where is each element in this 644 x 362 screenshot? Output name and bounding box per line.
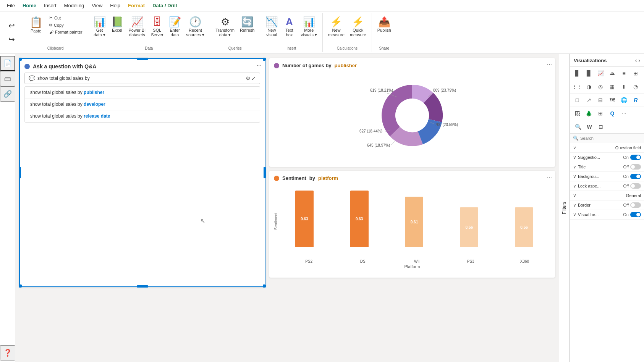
qa-more-button[interactable]: ··· [257, 62, 262, 69]
resize-bottomright[interactable] [263, 284, 266, 288]
sidebar-report-view[interactable]: 📄 [0, 56, 15, 71]
new-visual-button[interactable]: 📉 Newvisual [263, 15, 280, 39]
viz-panel-forward-button[interactable]: › [638, 57, 640, 63]
bar-more-button[interactable]: ··· [547, 174, 552, 181]
viz-icon-gauge[interactable]: ◔ [631, 82, 641, 92]
viz-icon-treemap[interactable]: ▦ [607, 82, 617, 92]
viz-icon-stacked[interactable]: ≡ [619, 68, 629, 78]
resize-bottomleft[interactable] [19, 284, 22, 288]
sidebar-data-view[interactable]: 🗃 [0, 71, 15, 86]
menu-item-format[interactable]: Format [124, 1, 149, 10]
lock-aspect-toggle[interactable]: Off [623, 183, 641, 189]
quick-measure-button[interactable]: ⚡ Quickmeasure [348, 15, 369, 39]
resize-left[interactable] [19, 167, 21, 178]
recent-sources-button[interactable]: 🕐 Recentsources ▾ [184, 15, 207, 39]
qa-suggestion-3[interactable]: show total global sales by release date [25, 110, 260, 122]
background-toggle[interactable]: On [623, 174, 641, 179]
sidebar-model-view[interactable]: 🔗 [0, 86, 15, 102]
viz-w-btn[interactable]: W [584, 122, 594, 132]
menu-item-modeling[interactable]: Modeling [60, 1, 88, 10]
viz-icon-funnel[interactable]: ⏸ [619, 82, 629, 92]
qa-suggestion-1[interactable]: show total global sales by publisher [25, 87, 260, 99]
get-data-button[interactable]: 📊 Getdata ▾ [91, 15, 108, 39]
viz-icon-card[interactable]: □ [572, 95, 582, 105]
donut-more-button[interactable]: ··· [547, 61, 552, 68]
bar-card[interactable]: Sentiment by platform ··· Sentiment 0.63 [269, 171, 555, 278]
resize-topright[interactable] [263, 58, 266, 61]
general-row[interactable]: ∨ General [570, 191, 644, 200]
menu-item-home[interactable]: Home [19, 1, 40, 10]
copy-button[interactable]: ⧉ Copy [47, 22, 85, 28]
viz-icon-grid[interactable]: ⊞ [595, 108, 605, 118]
suggestions-toggle-switch[interactable] [630, 155, 641, 160]
resize-bottom[interactable] [137, 285, 148, 288]
viz-icon-table[interactable]: ⊞ [631, 68, 641, 78]
suggestions-row[interactable]: ∨ Suggestio... On [570, 153, 644, 162]
paste-button[interactable]: 📋 Paste [26, 15, 45, 41]
donut-card[interactable]: Number of games by publisher ··· [269, 58, 555, 167]
viz-icon-area[interactable]: ⛰ [607, 68, 617, 78]
viz-icon-decomp[interactable]: 🌲 [584, 108, 594, 118]
resize-topleft[interactable] [19, 58, 22, 61]
qa-expand-icon[interactable]: ⤢ [251, 75, 256, 81]
viz-panel-back-button[interactable]: ‹ [635, 57, 637, 63]
visual-header-toggle-switch[interactable] [630, 212, 641, 217]
viz-icon-map[interactable]: 🗺 [607, 95, 617, 105]
sidebar-qa-view[interactable]: ❓ [0, 345, 15, 360]
menu-item-insert[interactable]: Insert [40, 1, 60, 10]
cut-button[interactable]: ✂ Cut [47, 15, 85, 21]
border-toggle[interactable]: Off [623, 202, 641, 208]
viz-icon-slicer[interactable]: ⊟ [595, 95, 605, 105]
more-visuals-button[interactable]: 📊 Morevisuals ▾ [298, 15, 319, 39]
new-measure-button[interactable]: ⚡ Newmeasure [326, 15, 347, 39]
viz-icon-image[interactable]: 🖼 [572, 108, 582, 118]
title-toggle[interactable]: Off [623, 164, 641, 170]
undo-button[interactable]: ↩ [3, 19, 20, 32]
viz-search-input[interactable] [580, 136, 641, 141]
menu-item-data-drill[interactable]: Data / Drill [149, 1, 181, 10]
redo-button[interactable]: ↪ [3, 32, 20, 46]
publish-button[interactable]: 📤 Publish [375, 15, 393, 34]
text-box-button[interactable]: A Textbox [281, 15, 298, 39]
menu-item-file[interactable]: File [3, 1, 19, 10]
lock-aspect-toggle-switch[interactable] [630, 183, 641, 189]
viz-icon-filled-map[interactable]: 🌐 [619, 95, 629, 105]
viz-icon-bar[interactable]: ▊ [572, 68, 582, 78]
sql-button[interactable]: 🗄 SQLServer [149, 15, 165, 39]
refresh-button[interactable]: 🔄 Refresh [238, 15, 257, 34]
qa-suggestion-2[interactable]: show total global sales by developer [25, 99, 260, 110]
viz-icon-r[interactable]: R [631, 95, 641, 105]
resize-right[interactable] [264, 167, 266, 178]
border-row[interactable]: ∨ Border Off [570, 200, 644, 210]
viz-icon-qna[interactable]: Q [607, 108, 617, 118]
viz-layout-btn[interactable]: ⊟ [596, 122, 606, 132]
viz-icon-line[interactable]: 📈 [595, 68, 605, 78]
viz-icon-pie[interactable]: ◑ [584, 82, 594, 92]
viz-icon-kpi[interactable]: ↗ [584, 95, 594, 105]
border-toggle-switch[interactable] [630, 202, 641, 208]
viz-icon-scatter[interactable]: ⋮⋮ [572, 82, 582, 92]
qa-settings-icon[interactable]: ⚙ [246, 75, 251, 81]
title-toggle-switch[interactable] [630, 164, 641, 170]
viz-icon-column[interactable]: ▉ [584, 68, 594, 78]
power-bi-button[interactable]: 📈 Power BIdatasets [126, 15, 148, 39]
menu-item-view[interactable]: View [88, 1, 106, 10]
question-field-row[interactable]: ∨ Question field [570, 143, 644, 153]
background-toggle-switch[interactable] [630, 174, 641, 179]
transform-data-button[interactable]: ⚙ Transformdata ▾ [213, 15, 237, 39]
lock-aspect-row[interactable]: ∨ Lock aspe... Off [570, 181, 644, 191]
visual-header-row[interactable]: ∨ Visual he... On [570, 210, 644, 220]
excel-button[interactable]: 📗 Excel [109, 15, 126, 34]
viz-icon-more2[interactable]: ··· [619, 108, 629, 118]
filters-tab[interactable]: Filters [559, 54, 570, 362]
viz-search-icon-btn[interactable]: 🔍 [573, 122, 583, 132]
viz-icon-blank[interactable] [631, 108, 641, 118]
title-row[interactable]: ∨ Title Off [570, 162, 644, 172]
background-row[interactable]: ∨ Backgrou... On [570, 172, 644, 181]
viz-icon-donut[interactable]: ◎ [595, 82, 605, 92]
qa-card[interactable]: Ask a question with Q&A ··· 💬 show total… [19, 58, 265, 287]
suggestions-toggle[interactable]: On [623, 155, 641, 160]
resize-top[interactable] [137, 58, 148, 60]
enter-data-button[interactable]: 📝 Enterdata [167, 15, 183, 39]
format-painter-button[interactable]: 🖌 Format painter [47, 29, 85, 35]
